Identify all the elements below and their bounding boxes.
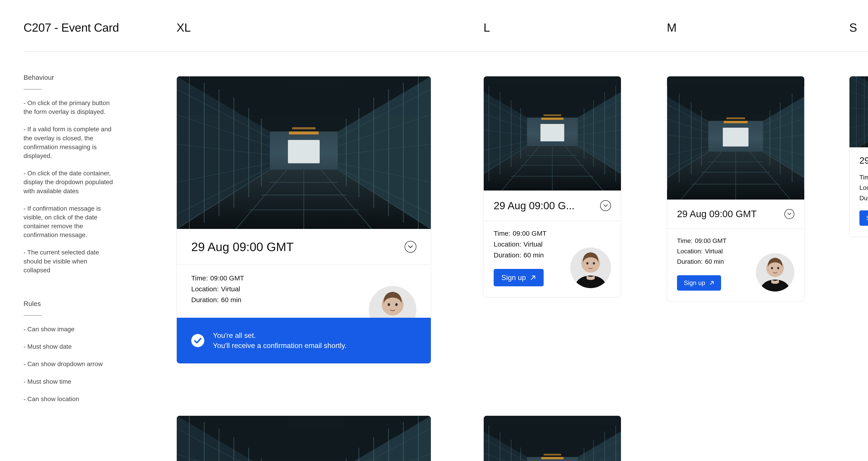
event-hero-image: [484, 416, 621, 461]
date-dropdown[interactable]: 29 A: [849, 147, 868, 174]
rules-item: - Can show image: [24, 325, 114, 334]
selected-date: 29 Aug 09:00 GMT: [191, 240, 293, 254]
duration-value: 60 min: [221, 296, 241, 304]
location-value: Virtual: [705, 248, 723, 255]
event-details: Time:09:00 GMT Location:Virtual Duration…: [177, 265, 431, 318]
event-card-m: 29 Aug 09:00 GMT Time:09:00 GMT Location…: [667, 76, 804, 302]
time-label: Time:: [860, 174, 868, 181]
event-card-l: [484, 416, 621, 461]
time-value: 09:00 GMT: [695, 237, 726, 244]
date-dropdown[interactable]: 29 Aug 09:00 G...: [484, 190, 621, 221]
event-hero-image: [849, 76, 868, 147]
behaviour-item: - The current selected date should be vi…: [24, 248, 114, 275]
event-hero-image: [177, 416, 431, 461]
confirmation-line-1: You're all set.: [213, 330, 346, 341]
rules-item: - Must show date: [24, 342, 114, 351]
duration-label: Duration:: [494, 251, 521, 259]
duration-label: Durati: [860, 194, 868, 202]
location-value: Virtual: [524, 241, 543, 248]
arrow-icon: [530, 275, 536, 281]
size-label-m: M: [667, 21, 677, 34]
heading-separator: [24, 315, 41, 316]
behaviour-heading: Behaviour: [24, 73, 114, 82]
location-label: Location:: [677, 248, 703, 255]
size-label-l: L: [484, 21, 490, 34]
signup-button[interactable]: Sign up: [494, 269, 544, 286]
signup-label: Sign up: [501, 273, 526, 282]
selected-date: 29 A: [860, 155, 868, 166]
signup-button[interactable]: Sign up: [677, 275, 721, 290]
chevron-down-icon[interactable]: [600, 200, 611, 211]
event-details: Time: Locati Durati Sig: [849, 174, 868, 237]
arrow-icon: [709, 280, 714, 285]
selected-date: 29 Aug 09:00 GMT: [677, 209, 757, 219]
duration-label: Duration:: [677, 258, 703, 265]
behaviour-item: - If a valid form is complete and the ov…: [24, 125, 114, 160]
duration-label: Duration:: [191, 296, 219, 304]
confirmation-line-2: You'll receive a confirmation email shor…: [213, 341, 346, 351]
behaviour-item: - On click of the date container, displa…: [24, 169, 114, 195]
behaviour-item: - If confirmation message is visible, on…: [24, 204, 114, 240]
event-hero-image: [484, 76, 621, 190]
time-label: Time:: [191, 274, 208, 282]
time-value: 09:00 GMT: [513, 229, 547, 237]
date-dropdown[interactable]: 29 Aug 09:00 GMT: [177, 229, 431, 265]
event-card-xl: 29 Aug 09:00 GMT Time:09:00 GMT Location…: [177, 76, 431, 364]
event-hero-image: [177, 76, 431, 229]
spec-sidebar: Behaviour - On click of the primary butt…: [24, 73, 114, 412]
signup-button[interactable]: Sig: [860, 210, 868, 226]
time-value: 09:00 GMT: [210, 274, 244, 282]
location-label: Location:: [494, 241, 521, 248]
speaker-avatar: [570, 247, 611, 288]
time-label: Time:: [677, 237, 692, 244]
rules-item: - Can show location: [24, 395, 114, 403]
chevron-down-icon[interactable]: [405, 241, 416, 253]
location-label: Location:: [191, 285, 219, 293]
event-details: Time:09:00 GMT Location:Virtual Duration…: [667, 229, 804, 302]
event-card-xl: [177, 416, 431, 461]
page-title: C207 - Event Card: [24, 21, 119, 34]
event-card-s: 29 A Time: Locati Durati Sig: [849, 76, 868, 237]
behaviour-item: - On click of the primary button the for…: [24, 98, 114, 116]
size-label-xl: XL: [177, 21, 191, 34]
confirmation-banner: You're all set. You'll receive a confirm…: [177, 318, 431, 363]
event-hero-image: [667, 76, 804, 199]
location-value: Virtual: [221, 285, 240, 293]
signup-label: Sig: [866, 214, 868, 222]
size-label-s: S: [849, 21, 857, 34]
rules-item: - Can show dropdown arrow: [24, 360, 114, 368]
date-dropdown[interactable]: 29 Aug 09:00 GMT: [667, 199, 804, 229]
selected-date: 29 Aug 09:00 G...: [494, 199, 575, 212]
speaker-avatar: [756, 253, 794, 291]
event-card-l: 29 Aug 09:00 G... Time:09:00 GMT Locatio…: [484, 76, 621, 297]
rules-heading: Rules: [24, 299, 114, 308]
duration-value: 60 min: [524, 251, 544, 259]
location-label: Locati: [860, 184, 868, 191]
chevron-down-icon[interactable]: [784, 209, 794, 219]
header-rule: [24, 51, 868, 52]
time-label: Time:: [494, 229, 510, 237]
heading-separator: [24, 89, 41, 90]
signup-label: Sign up: [684, 279, 705, 286]
duration-value: 60 min: [705, 258, 724, 265]
check-circle-icon: [191, 334, 204, 347]
event-details: Time:09:00 GMT Location:Virtual Duration…: [484, 221, 621, 297]
rules-item: - Must show time: [24, 377, 114, 386]
